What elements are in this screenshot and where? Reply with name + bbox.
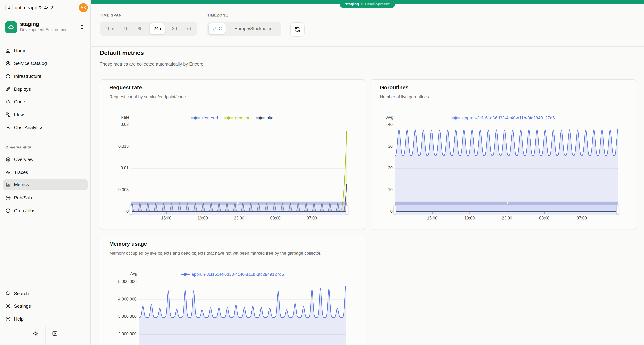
card-request-rate: Request rate Request count by service/en… (100, 79, 365, 230)
time-span-3d[interactable]: 3d (170, 24, 179, 34)
sidebar-item-label: Home (14, 48, 26, 53)
sidebar-item-label: Cost Analytics (14, 125, 43, 130)
sidebar-item-flow[interactable]: Flow (3, 109, 88, 120)
brush-selection-band-lower (395, 212, 618, 215)
sidebar-item-infrastructure[interactable]: Infrastructure (3, 71, 88, 82)
sidebar-item-home[interactable]: Home (3, 45, 88, 56)
environment-name: staging (20, 21, 39, 27)
user-avatar[interactable]: MK (79, 3, 88, 12)
brush-center-grip-icon[interactable] (504, 202, 508, 204)
sidebar: U uptimeapp22-4si2 MK staging Developmen… (0, 0, 91, 345)
x-tick-label: 19:00 (198, 216, 208, 220)
app-logo-letter: U (8, 6, 10, 10)
time-span-8h[interactable]: 8h (136, 24, 145, 34)
chart-plot-area: 15:0019:0023:0003:0007:00 (395, 125, 618, 212)
timezone-label: TIMEZONE (207, 13, 228, 17)
legend-label: monitor (235, 116, 250, 121)
encore-dashboard: U uptimeapp22-4si2 MK staging Developmen… (0, 0, 644, 345)
timezone-europe-stockholm[interactable]: Europe/Stockholm (226, 26, 280, 31)
y-tick-label: 0 (376, 209, 392, 213)
sidebar-item-code[interactable]: Code (3, 97, 88, 107)
chart-legend: apprun-3cf161ef-6d33-4c40-a11b-3fc284912… (371, 116, 636, 121)
brush-selection-band[interactable] (131, 205, 347, 212)
app-logo: U (6, 4, 12, 11)
y-tick-label: 10 (376, 187, 392, 192)
sidebar-item-cron-jobs[interactable]: Cron Jobs (3, 205, 88, 216)
y-tick-label: 20 (376, 166, 392, 170)
cube-icon (6, 74, 11, 79)
legend-item[interactable]: monitor (224, 116, 250, 121)
sidebar-item-pubsub[interactable]: Pub/Sub (3, 193, 88, 203)
brush-handle-left[interactable] (394, 205, 396, 214)
x-tick-label: 15:00 (161, 216, 172, 220)
card-title: Memory usage (109, 241, 147, 247)
x-tick-label: 23:00 (502, 216, 512, 220)
brush-selection-band[interactable] (395, 205, 618, 212)
sidebar-item-label: Infrastructure (14, 74, 42, 79)
brush-handle-right[interactable] (616, 205, 619, 214)
timezone-utc-selected[interactable]: UTC (208, 23, 226, 34)
sidebar-item-label: Search (14, 291, 29, 296)
y-tick-label: 30 (376, 144, 392, 148)
x-tick-label: 07:00 (306, 216, 317, 220)
badge-env-type: Development (365, 2, 390, 6)
search-icon (6, 291, 11, 296)
collapse-sidebar-icon[interactable] (52, 331, 58, 336)
main-content: TIME SPAN 10m 1h 8h 24h 3d 7d TIMEZONE U… (91, 0, 644, 345)
sidebar-item-service-catalog[interactable]: Service Catalog (3, 58, 88, 69)
sidebar-item-label: Service Catalog (14, 61, 47, 66)
time-span-7d[interactable]: 7d (184, 24, 193, 34)
code-icon (6, 99, 11, 105)
card-title: Request rate (109, 84, 142, 90)
card-subtitle: Memory occupied by live objects and dead… (109, 251, 321, 256)
time-span-1h[interactable]: 1h (121, 24, 131, 34)
y-tick-label: 5,000,000 (112, 279, 136, 284)
brush-handle-left[interactable] (130, 205, 132, 214)
sidebar-item-cost-analytics[interactable]: Cost Analytics (3, 122, 88, 133)
legend-marker-icon (452, 116, 460, 120)
brush-handle-right[interactable] (346, 205, 348, 214)
sidebar-item-label: Code (14, 99, 25, 105)
y-tick-label: 4,000,000 (112, 297, 136, 301)
x-tick-label: 03:00 (270, 216, 280, 220)
legend-item[interactable]: apprun-3cf161ef-6d33-4c40-a11b-3fc284912… (181, 272, 284, 277)
card-subtitle: Number of live goroutines. (380, 94, 430, 99)
app-switcher[interactable]: U uptimeapp22-4si2 MK (0, 0, 90, 16)
sidebar-item-search[interactable]: Search (3, 288, 88, 299)
home-icon (6, 48, 11, 53)
sidebar-item-deploys[interactable]: Deploys (3, 84, 88, 94)
time-span-10m[interactable]: 10m (104, 24, 116, 34)
pulse-icon (6, 169, 11, 175)
sidebar-item-label: Deploys (14, 86, 31, 92)
card-goroutines: Goroutines Number of live goroutines. Av… (370, 79, 636, 230)
card-title: Goroutines (380, 84, 408, 90)
legend-item[interactable]: frontend (191, 116, 218, 121)
brush-center-grip-icon[interactable] (237, 202, 241, 204)
x-tick-label: 07:00 (577, 216, 587, 220)
sidebar-item-overview[interactable]: Overview (3, 154, 88, 165)
theme-toggle-sun-icon[interactable] (33, 331, 39, 336)
environment-type: Development Environment (20, 28, 69, 32)
layers-icon (6, 157, 11, 162)
environment-selector[interactable]: staging Development Environment (0, 21, 91, 35)
y-tick-label: 0 (110, 209, 129, 213)
sidebar-item-label: Metrics (14, 182, 29, 187)
timezone-control: UTC Europe/Stockholm (207, 22, 281, 36)
y-tick-label: 40 (376, 122, 392, 127)
chart-legend: apprun-3cf161ef-6d33-4c40-a11b-3fc284912… (100, 272, 365, 277)
legend-label: site (267, 116, 273, 121)
refresh-button[interactable] (290, 22, 304, 37)
x-tick-label: 19:00 (464, 216, 475, 220)
sidebar-item-traces[interactable]: Traces (3, 167, 88, 178)
legend-item[interactable]: apprun-3cf161ef-6d33-4c40-a11b-3fc284912… (452, 116, 555, 121)
sidebar-item-label: Pub/Sub (14, 195, 32, 201)
sidebar-item-settings[interactable]: Settings (3, 301, 88, 311)
sidebar-item-metrics[interactable]: Metrics (3, 179, 88, 190)
time-span-24h-selected[interactable]: 24h (150, 23, 165, 34)
sidebar-item-help[interactable]: Help (3, 314, 88, 324)
chart-series-svg (395, 125, 618, 212)
card-subtitle: Request count by service/endpoint/code. (109, 94, 187, 99)
time-span-label: TIME SPAN (100, 13, 122, 17)
legend-marker-icon (191, 116, 200, 120)
legend-item[interactable]: site (256, 116, 273, 121)
